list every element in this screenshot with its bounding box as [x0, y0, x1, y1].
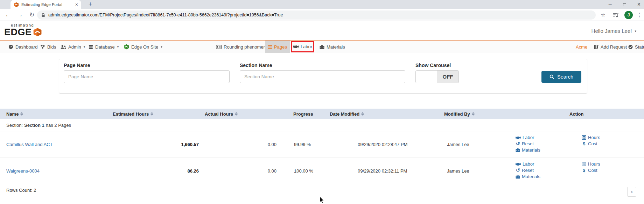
- hours-link[interactable]: Hours: [582, 135, 600, 140]
- page-link[interactable]: Camillus Wall and ACT: [6, 142, 52, 147]
- user-greeting-menu[interactable]: Hello James Lee! ▾: [592, 28, 636, 34]
- browser-toolbar: ← → ↻ admin.edgeestimator.com/EFM/Projec…: [0, 9, 644, 21]
- dollar-icon: $: [582, 168, 586, 173]
- labor-link[interactable]: Labor: [516, 161, 540, 167]
- tab-favicon-cube-icon: [14, 2, 19, 7]
- column-header-estimated-hours[interactable]: Estimated Hours: [113, 109, 153, 119]
- sort-icon: [20, 112, 23, 116]
- table-row: Walgreens-0004 86.26 0.00 100.00 % 09/29…: [0, 158, 644, 184]
- nav-add-request[interactable]: Add Request: [594, 41, 627, 53]
- chevron-down-icon: ▾: [635, 29, 636, 33]
- browser-tab[interactable]: Estimating Edge Portal ×: [10, 0, 81, 9]
- close-icon[interactable]: ×: [637, 1, 640, 8]
- toggle-knob: [416, 71, 437, 83]
- materials-link[interactable]: Materials: [516, 147, 540, 153]
- column-header-actual-hours[interactable]: Actual Hours: [205, 109, 238, 119]
- materials-link[interactable]: Materials: [516, 174, 540, 179]
- toolbox-icon: [516, 148, 520, 152]
- section-name-input[interactable]: [240, 70, 405, 83]
- nav-materials[interactable]: Materials: [320, 41, 345, 53]
- handshake-icon: [516, 162, 521, 166]
- toolbox-icon: [320, 45, 324, 49]
- browser-menu-dots-icon[interactable]: ⋮: [635, 9, 644, 21]
- nav-rounding-phenomenon[interactable]: Rounding phenomenon: [216, 41, 271, 53]
- sort-icon: [472, 112, 475, 116]
- bookmark-star-icon[interactable]: ☆: [598, 9, 608, 21]
- browser-titlebar: Estimating Edge Portal × + – ×: [0, 0, 644, 9]
- column-header-modified-by[interactable]: Modified By: [444, 109, 475, 119]
- column-header-action: Action: [569, 109, 583, 119]
- list-bars-icon: [268, 45, 272, 49]
- address-bar[interactable]: admin.edgeestimator.com/EFM/ProjectPages…: [37, 10, 596, 20]
- reset-link[interactable]: ↺ Reset: [516, 141, 540, 146]
- search-button[interactable]: Search: [541, 71, 581, 83]
- labor-link[interactable]: Labor: [516, 135, 540, 140]
- lock-icon: [41, 13, 45, 17]
- greeting-text: Hello James Lee!: [592, 28, 632, 34]
- progress-value: 99.99 %: [294, 142, 311, 147]
- toggle-state-label: OFF: [437, 71, 458, 83]
- nav-edge-on-site[interactable]: Edge On Site ▾: [124, 41, 162, 53]
- action-links-primary: Labor ↺ Reset Materials: [516, 135, 540, 153]
- cost-link[interactable]: $ Cost: [582, 168, 600, 173]
- tab-close-icon[interactable]: ×: [75, 2, 78, 7]
- date-modified-value: 09/29/2020 02:32:11 PM: [358, 168, 407, 174]
- nav-labor-highlighted[interactable]: Labor: [291, 41, 314, 52]
- section-name: Section 1: [24, 123, 44, 128]
- actual-hours-value: 0.00: [224, 142, 276, 147]
- action-links-primary: Labor ↺ Reset Materials: [516, 161, 540, 179]
- database-icon: [89, 45, 93, 49]
- forward-icon[interactable]: →: [15, 9, 24, 21]
- back-icon[interactable]: ←: [4, 9, 13, 21]
- modified-by-value: James Lee: [447, 168, 469, 174]
- page-link[interactable]: Walgreens-0004: [6, 168, 40, 174]
- handshake-icon: [293, 45, 299, 49]
- page-name-label: Page Name: [64, 63, 90, 68]
- action-links-secondary: Hours $ Cost: [582, 161, 600, 173]
- media-icon: [613, 13, 618, 17]
- media-controls-icon[interactable]: [611, 9, 620, 21]
- estimated-hours-value: 1,660.57: [129, 142, 199, 147]
- nav-admin[interactable]: Admin ▾: [61, 41, 85, 53]
- modified-by-value: James Lee: [447, 142, 469, 147]
- estimated-hours-value: 86.26: [129, 168, 199, 174]
- hours-link[interactable]: Hours: [582, 161, 600, 167]
- page-name-input[interactable]: [64, 70, 230, 83]
- section-group-row: Section: Section 1 has 2 Pages: [0, 119, 644, 131]
- chevron-down-icon: ▾: [84, 45, 85, 49]
- show-carousel-label: Show Carousel: [415, 63, 451, 68]
- section-name-label: Section Name: [240, 63, 272, 68]
- chevron-right-icon: ›: [631, 188, 633, 195]
- nav-dashboard[interactable]: Dashboard: [8, 41, 38, 53]
- reset-link[interactable]: ↺ Reset: [516, 168, 540, 173]
- cost-link[interactable]: $ Cost: [582, 141, 600, 146]
- reload-icon[interactable]: ↻: [27, 9, 36, 21]
- window-controls: – ×: [609, 0, 640, 9]
- nav-status[interactable]: Status: [628, 41, 644, 53]
- nav-database[interactable]: Database ▾: [89, 41, 119, 53]
- nav-pages-active[interactable]: Pages: [265, 41, 290, 53]
- show-carousel-toggle[interactable]: OFF: [415, 70, 459, 83]
- restore-icon[interactable]: [623, 3, 626, 6]
- actual-hours-value: 0.00: [224, 168, 276, 174]
- new-tab-button[interactable]: +: [87, 1, 94, 8]
- id-card-icon: [216, 45, 222, 49]
- minimize-icon[interactable]: –: [609, 1, 612, 8]
- date-modified-value: 09/29/2020 02:28:47 PM: [358, 142, 407, 147]
- url-text: admin.edgeestimator.com/EFM/ProjectPages…: [48, 13, 283, 17]
- reset-icon: ↺: [516, 168, 520, 173]
- app-logo[interactable]: estimating EDGE: [4, 23, 42, 37]
- next-page-button[interactable]: ›: [627, 187, 636, 197]
- logo-cube-icon: [33, 28, 42, 37]
- column-header-date-modified[interactable]: Date Modified: [330, 109, 364, 119]
- column-header-name[interactable]: Name: [6, 109, 23, 119]
- sort-icon: [361, 112, 364, 116]
- profile-avatar[interactable]: J: [624, 11, 633, 19]
- chevron-down-icon: ▾: [161, 45, 162, 49]
- nav-acme[interactable]: Acme: [576, 41, 587, 53]
- dashboard-icon: [8, 44, 13, 49]
- filter-panel: Page Name Section Name Show Carousel OFF…: [59, 59, 587, 94]
- bids-icon: [40, 44, 45, 49]
- nav-bids[interactable]: Bids: [40, 41, 56, 53]
- rows-count-label: Rows Count: 2: [6, 188, 36, 193]
